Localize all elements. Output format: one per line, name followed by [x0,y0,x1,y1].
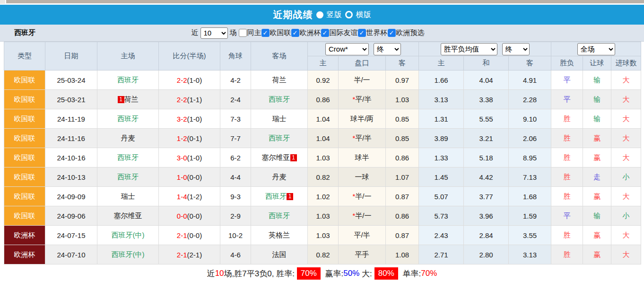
table-row: 欧洲杯24-07-10西班牙(中)2-1(2-1)4-6法国0.82平手1.08… [4,245,641,264]
checkbox-checked-icon[interactable]: ✓ [388,29,396,37]
date-cell: 24-09-06 [45,206,97,226]
sub-header-avg-home: 主 [419,56,464,70]
corner-cell: 4-2 [220,70,251,90]
checkbox-checked-icon[interactable]: ✓ [321,29,329,37]
odds-final-select[interactable]: 终 [374,43,401,55]
away-team-cell: 英格兰 [251,226,308,245]
checkbox-checked-icon[interactable]: ✓ [358,29,366,37]
radio-horizontal-icon[interactable] [345,11,353,18]
scrollbar-thumb[interactable] [6,0,644,3]
result-cell: 胜 [551,109,583,129]
corner-cell: 7-7 [220,129,251,148]
goal-result-cell: 大 [611,148,641,167]
filter-checkbox-同主[interactable]: 同主 [239,28,261,37]
goal-result-cell: 大 [611,129,641,148]
handicap-cell: 球半/两 [339,109,386,129]
home-team-cell: 塞尔维亚 [97,206,159,226]
home-team-cell: 西班牙 [97,167,159,187]
date-cell: 24-07-10 [45,245,97,264]
handicap-cell: *半/一 [339,187,386,206]
odds-home-cell: 0.82 [308,167,339,187]
checkbox-unchecked-icon[interactable] [239,29,247,37]
avg-home-cell: 1.45 [419,167,464,187]
checkbox-checked-icon[interactable]: ✓ [291,29,299,37]
games-label: 场 [230,28,237,37]
away-team-cell: 法国 [251,245,308,264]
avg-away-cell: 8.95 [509,148,551,167]
table-row: 欧国联25-03-24西班牙2-2(1-0)4-2荷兰0.92半/一0.971.… [4,70,641,90]
avg-away-cell: 1.68 [509,187,551,206]
table-row: 欧洲杯24-07-15西班牙(中)2-1(0-0)10-2英格兰1.03平/半0… [4,226,641,245]
scrollbar-corner [0,0,5,4]
score-cell: 0-0(0-0) [159,206,220,226]
odds-away-cell: 0.86 [386,206,419,226]
fulltime-score: 1-0 [177,173,187,181]
odds-select-cell: Crow* 终 [308,42,419,56]
period-select-cell: 全场 [551,42,641,56]
table-row: 欧国联25-03-211荷兰2-2(1-1)2-4西班牙0.86*平/半1.03… [4,90,641,109]
home-team-cell: 瑞士 [97,187,159,206]
radio-horizontal-label[interactable]: 横版 [356,10,371,20]
filter-checkbox-欧国联[interactable]: ✓欧国联 [261,28,291,37]
avg-type-select[interactable]: 胜平负均值 [441,43,497,55]
fulltime-score: 2-2 [177,76,187,84]
fulltime-score: 3-2 [177,115,187,123]
checkbox-checked-icon[interactable]: ✓ [261,29,270,37]
fulltime-score: 2-1 [177,251,187,259]
goal-result-cell: 大 [611,187,641,206]
filter-bar: 西班牙 近 10 场 同主✓欧国联✓欧洲杯✓国际友谊✓世界杯✓欧洲预选 [0,25,644,42]
radio-vertical-icon[interactable] [316,11,323,18]
let-result-cell: 赢 [583,129,611,148]
team-name-text: 西班牙 [265,192,287,200]
checkbox-label: 欧洲杯 [300,28,321,37]
handicap-cell: 一球 [339,167,386,187]
odds-away-cell: 0.97 [386,70,419,90]
handicap-text: 平/半 [355,134,371,142]
score-cell: 2-2(1-1) [159,90,220,109]
corner-cell: 4-6 [220,245,251,264]
filter-checkbox-世界杯[interactable]: ✓世界杯 [358,28,388,37]
team-name-text: 西班牙 [269,95,290,103]
handicap-cell: *半/一 [339,206,386,226]
halftime-score: (1-1) [187,96,202,104]
halftime-score: (0-0) [187,173,202,181]
filter-checkbox-欧洲杯[interactable]: ✓欧洲杯 [291,28,321,37]
radio-vertical-label[interactable]: 竖版 [327,10,342,20]
team-name-text: 西班牙(中) [112,250,145,258]
sub-header-avg-draw: 和 [464,56,509,70]
score-cell: 1-2(0-1) [159,129,220,148]
halftime-score: (0-0) [187,231,202,239]
team-name-text: 荷兰 [272,76,287,84]
league-badge: 欧国联 [4,206,45,226]
home-team-cell: 1荷兰 [97,90,159,109]
odds-company-select[interactable]: Crow* [325,43,369,55]
avg-select-cell: 胜平负均值 终 [419,42,551,56]
odds-away-cell: 0.87 [386,226,419,245]
near-count-select[interactable]: 10 [200,27,228,39]
summary-text: 10 [215,269,224,278]
avg-draw-cell: 3.21 [464,129,509,148]
period-select[interactable]: 全场 [577,43,615,55]
avg-final-select[interactable]: 终 [502,43,530,55]
page-title: 近期战绩 [273,9,313,21]
goal-result-cell: 大 [611,109,641,129]
avg-draw-cell: 4.42 [464,167,509,187]
result-cell: 平 [551,90,583,109]
avg-away-cell: 2.28 [509,90,551,109]
away-team-cell: 西班牙 [251,90,308,109]
avg-draw-cell: 4.04 [464,70,509,90]
avg-home-cell: 1.31 [419,109,464,129]
avg-home-cell: 2.43 [419,226,464,245]
summary-footer: 近10场,胜7平3负0, 胜率:70% 赢率:50% 大:80% 单率:70% [0,264,644,282]
goal-result-cell: 大 [611,70,641,90]
top-scrollbar[interactable] [0,0,644,5]
home-team-cell: 西班牙 [97,109,159,129]
league-badge: 欧国联 [4,70,45,90]
avg-away-cell: 3.13 [509,245,551,264]
handicap-cell: 平/半 [339,226,386,245]
odds-away-cell: 1.08 [386,245,419,264]
filter-group: 近 10 场 同主✓欧国联✓欧洲杯✓国际友谊✓世界杯✓欧洲预选 [191,27,425,39]
filter-checkbox-欧洲预选[interactable]: ✓欧洲预选 [388,28,425,37]
team-name-text: 瑞士 [272,115,287,123]
filter-checkbox-国际友谊[interactable]: ✓国际友谊 [321,28,358,37]
